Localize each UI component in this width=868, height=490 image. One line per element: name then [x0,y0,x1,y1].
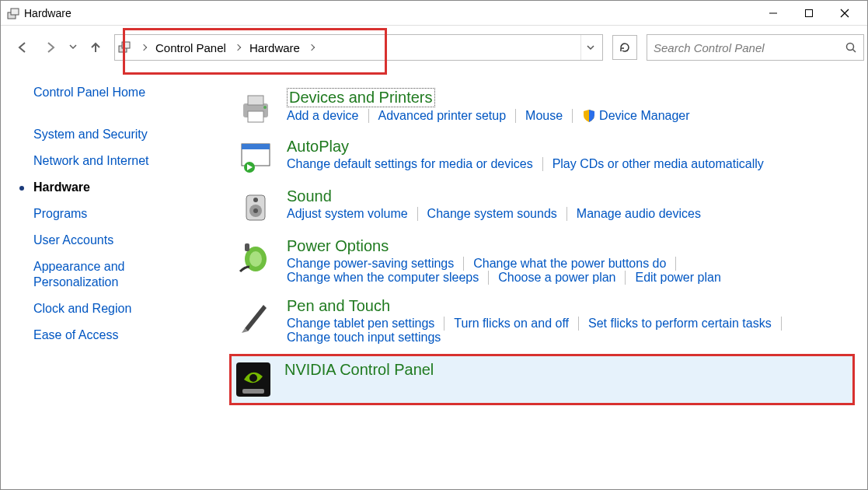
task-link[interactable]: Change power-saving settings [287,257,454,271]
sidebar-home[interactable]: Control Panel Home [33,85,234,100]
task-link[interactable]: Add a device [287,109,359,123]
category: NVIDIA Control Panel [229,354,855,405]
svg-line-5 [841,9,849,17]
task-link[interactable]: Change system sounds [427,207,557,221]
svg-point-22 [249,251,262,267]
refresh-button[interactable] [612,35,637,60]
separator [675,257,676,271]
separator [781,317,782,331]
separator [566,207,567,221]
separator [488,271,489,285]
category: AutoPlayChange default settings for medi… [234,135,855,178]
chevron-right-icon[interactable] [235,44,241,51]
autoplay-icon [237,138,274,175]
category-title[interactable]: Pen and Touch [287,297,390,314]
nvidia-icon [235,361,272,398]
svg-rect-1 [11,9,19,15]
chevron-right-icon[interactable] [309,44,315,51]
task-link[interactable]: Change default settings for media or dev… [287,157,533,171]
forward-button[interactable] [41,38,60,57]
sidebar-item[interactable]: Network and Internet [33,153,234,169]
breadcrumb-hardware[interactable]: Hardware [249,41,300,54]
sidebar-item[interactable]: Ease of Access [33,327,234,343]
search-icon [845,41,857,54]
task-link[interactable]: Adjust system volume [287,207,408,221]
svg-rect-15 [242,144,270,149]
category: Pen and TouchChange tablet pen settingsT… [234,294,855,348]
navigation-bar: Control Panel Hardware Search Control Pa… [1,26,867,69]
back-button[interactable] [13,38,32,57]
task-link[interactable]: Manage audio devices [577,207,701,221]
breadcrumb-control-panel[interactable]: Control Panel [155,41,226,54]
task-link[interactable]: Change when the computer sleeps [287,271,479,285]
task-link[interactable]: Mouse [525,109,563,123]
sidebar-item[interactable]: Hardware [33,180,234,195]
svg-point-8 [847,44,854,51]
svg-rect-12 [248,96,263,105]
minimize-button[interactable] [755,2,791,25]
titlebar: Hardware [1,1,867,26]
separator [578,317,579,331]
svg-rect-7 [122,42,130,48]
maximize-button[interactable] [791,2,827,25]
category-title[interactable]: Sound [287,187,332,205]
svg-point-19 [253,208,258,213]
task-link[interactable]: Device Manager [599,109,690,123]
task-link[interactable]: Set flicks to perform certain tasks [588,317,772,331]
category: SoundAdjust system volumeChange system s… [234,184,855,228]
svg-point-25 [249,374,257,382]
window-title: Hardware [24,7,71,19]
app-icon [7,7,19,19]
address-dropdown-button[interactable] [580,35,599,60]
category: Devices and PrintersAdd a deviceAdvanced… [234,85,855,128]
sidebar-item[interactable]: System and Security [33,127,234,142]
printer-icon [237,88,274,125]
category-title[interactable]: Power Options [287,237,389,254]
address-bar[interactable]: Control Panel Hardware [114,34,603,61]
svg-rect-11 [248,111,263,122]
separator [515,109,516,123]
sidebar-item[interactable]: Appearance and Personalization [33,259,189,290]
svg-line-4 [841,9,849,17]
pen-icon [237,297,274,334]
chevron-right-icon[interactable] [141,44,147,51]
separator [463,257,464,271]
svg-rect-23 [245,243,249,251]
sound-icon [237,187,274,225]
sidebar-item[interactable]: Programs [33,206,234,222]
task-link[interactable]: Choose a power plan [498,271,615,285]
task-link[interactable]: Turn flicks on and off [454,317,569,331]
separator [625,271,626,285]
task-link[interactable]: Play CDs or other media automatically [553,157,764,171]
close-button[interactable] [827,2,863,25]
search-input[interactable]: Search Control Panel [647,34,864,61]
svg-rect-3 [806,9,813,16]
task-link[interactable]: Edit power plan [635,271,720,285]
task-link[interactable]: Change touch input settings [287,331,441,345]
task-link[interactable]: Change tablet pen settings [287,317,434,331]
category-title[interactable]: NVIDIA Control Panel [284,361,434,378]
svg-point-20 [253,198,258,202]
sidebar-item[interactable]: Clock and Region [33,301,234,317]
category-title[interactable]: Devices and Printers [287,88,435,107]
separator [417,207,418,221]
up-button[interactable] [86,38,105,57]
shield-icon [582,109,599,123]
svg-rect-26 [242,389,264,394]
sidebar-item[interactable]: User Accounts [33,233,234,248]
category: Power OptionsChange power-saving setting… [234,234,855,288]
sidebar: Control Panel Home System and SecurityNe… [1,85,234,411]
separator [368,109,369,123]
task-link[interactable]: Change what the power buttons do [473,257,666,271]
separator [542,157,543,171]
svg-point-13 [263,106,267,109]
category-title[interactable]: AutoPlay [287,138,349,155]
separator [444,317,444,331]
task-link[interactable]: Advanced printer setup [378,109,507,123]
breadcrumb-root-icon [118,40,132,54]
separator [572,109,573,123]
recent-locations-button[interactable] [69,43,77,52]
svg-line-9 [853,50,856,53]
content-area: Devices and PrintersAdd a deviceAdvanced… [234,85,867,411]
power-icon [237,237,274,275]
